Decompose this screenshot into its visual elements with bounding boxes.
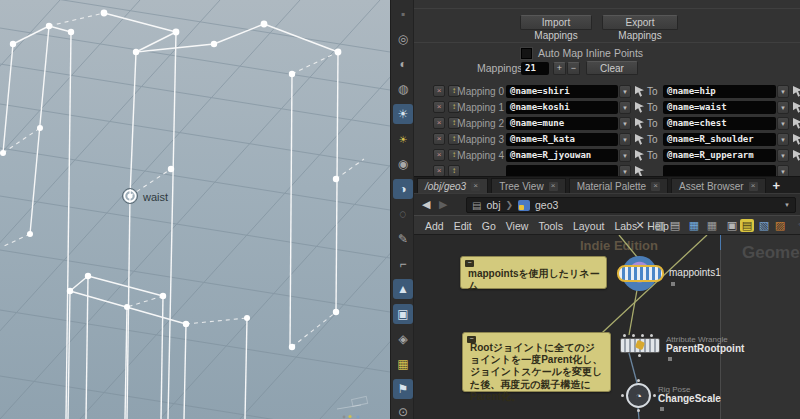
menu-tools[interactable]: Tools bbox=[538, 220, 563, 232]
mapping-to-field[interactable]: @name=chest bbox=[663, 117, 776, 130]
delete-row-button[interactable]: × bbox=[433, 101, 445, 113]
colored-grid-icon[interactable]: ▦ bbox=[687, 219, 701, 232]
auto-map-checkbox[interactable] bbox=[521, 48, 532, 59]
pick-to-icon[interactable] bbox=[793, 86, 800, 97]
tab-asset-browser[interactable]: Asset Browser × bbox=[671, 178, 765, 193]
pick-to-icon[interactable] bbox=[793, 150, 800, 161]
pick-to-icon[interactable] bbox=[793, 102, 800, 113]
clear-mappings-button[interactable]: Clear bbox=[586, 61, 638, 75]
delete-row-button[interactable]: × bbox=[433, 117, 445, 129]
side-pin[interactable] bbox=[653, 394, 656, 397]
tab-tree-view[interactable]: Tree View × bbox=[491, 178, 565, 193]
side-pin[interactable] bbox=[621, 394, 624, 397]
circle-icon[interactable]: ◔ bbox=[793, 219, 800, 232]
delete-row-button[interactable]: × bbox=[433, 133, 445, 145]
import-mappings-button[interactable]: Import Mappings bbox=[520, 15, 592, 30]
to-dropdown-button[interactable]: ▼ bbox=[777, 101, 789, 114]
mapping-from-field[interactable]: @name=mune bbox=[506, 117, 618, 130]
node-name-label[interactable]: mappoints1 bbox=[669, 267, 721, 278]
camera-film-icon[interactable]: ▦ bbox=[393, 354, 413, 374]
menu-edit[interactable]: Edit bbox=[454, 220, 472, 232]
breadcrumb-obj[interactable]: obj bbox=[486, 199, 500, 211]
changescale-node[interactable]: ◔ bbox=[626, 383, 651, 408]
background-image-icon[interactable]: ▲ bbox=[393, 279, 413, 299]
export-mappings-button[interactable]: Export Mappings bbox=[602, 15, 678, 30]
photo-icon[interactable]: ▣ bbox=[393, 304, 413, 324]
from-dropdown-button[interactable]: ▼ bbox=[619, 101, 631, 114]
to-dropdown-button[interactable]: ▼ bbox=[777, 133, 789, 146]
forward-icon[interactable]: ▶ bbox=[439, 198, 447, 211]
pick-from-icon[interactable] bbox=[635, 86, 644, 97]
shade-sphere-icon[interactable]: ◑ bbox=[393, 179, 413, 199]
mapping-to-field[interactable]: @name=waist bbox=[663, 101, 776, 114]
new-tab-button[interactable]: + bbox=[773, 178, 781, 193]
display-dot-icon[interactable]: ▪ bbox=[393, 4, 413, 24]
from-dropdown-button[interactable]: ▼ bbox=[619, 165, 631, 176]
pick-to-icon[interactable] bbox=[793, 134, 800, 145]
selected-waist-joint[interactable] bbox=[123, 189, 138, 204]
mapping-to-field[interactable] bbox=[663, 165, 776, 176]
from-dropdown-button[interactable]: ▼ bbox=[619, 117, 631, 130]
input-pin[interactable] bbox=[641, 334, 644, 337]
network-editor[interactable]: Indie Edition − mappointsを使用したリネーム − Roo… bbox=[414, 235, 800, 419]
input-pin[interactable] bbox=[650, 334, 653, 337]
light-small-icon[interactable]: ☀ bbox=[393, 129, 413, 149]
photo-add-icon[interactable]: ▧ bbox=[757, 219, 771, 232]
close-icon[interactable]: × bbox=[549, 182, 558, 191]
close-icon[interactable]: × bbox=[651, 182, 660, 191]
to-dropdown-button[interactable]: ▼ bbox=[777, 85, 789, 98]
wire-sphere-icon[interactable]: ◌ bbox=[393, 204, 413, 224]
remove-mapping-button[interactable]: − bbox=[567, 62, 580, 75]
mappings-count-field[interactable]: 21 bbox=[521, 62, 549, 75]
pencil-icon[interactable]: ✎ bbox=[393, 229, 413, 249]
corner-ruler-icon[interactable]: ⌐ bbox=[393, 254, 413, 274]
list-icon[interactable]: ▤ bbox=[668, 219, 682, 232]
input-pin[interactable] bbox=[637, 379, 640, 382]
to-dropdown-button[interactable]: ▼ bbox=[777, 149, 789, 162]
from-dropdown-button[interactable]: ▼ bbox=[619, 133, 631, 146]
basket-icon[interactable]: ▨ bbox=[773, 219, 787, 232]
from-dropdown-button[interactable]: ▼ bbox=[619, 149, 631, 162]
tab-obj-geo3[interactable]: /obj/geo3 × bbox=[417, 178, 488, 193]
wrench-icon[interactable]: ✕ bbox=[633, 219, 647, 232]
sticky-note[interactable]: − Rootジョイントに全てのジョイントを一度Parent化し、ジョイントスケー… bbox=[462, 332, 611, 392]
pick-from-icon[interactable] bbox=[635, 134, 644, 145]
delete-row-button[interactable]: × bbox=[433, 149, 445, 161]
path-breadcrumb[interactable]: ▤ obj ❯ geo3 ▼ bbox=[466, 197, 796, 213]
mapping-to-field[interactable]: @name=R_upperarm bbox=[663, 149, 776, 162]
pick-to-icon[interactable] bbox=[793, 118, 800, 129]
menu-go[interactable]: Go bbox=[482, 220, 496, 232]
pick-from-icon[interactable] bbox=[635, 102, 644, 113]
mapping-from-field[interactable]: @name=shiri bbox=[506, 85, 618, 98]
clapper-icon[interactable]: ▥ bbox=[653, 219, 667, 232]
normal-light-icon[interactable]: ◍ bbox=[393, 79, 413, 99]
diamond-icon[interactable]: ◈ bbox=[393, 329, 413, 349]
menu-layout[interactable]: Layout bbox=[573, 220, 605, 232]
sticky-note[interactable]: − mappointsを使用したリネーム bbox=[460, 256, 607, 289]
output-pin[interactable] bbox=[637, 409, 640, 412]
sticky-note-icon[interactable]: ▤ bbox=[740, 219, 754, 232]
circle-info-icon[interactable]: ⊙ bbox=[393, 402, 413, 419]
mappoints1-node-body[interactable] bbox=[617, 265, 664, 282]
menu-add[interactable]: Add bbox=[425, 220, 444, 232]
scene-light-icon[interactable]: ◉ bbox=[393, 154, 413, 174]
to-dropdown-button[interactable]: ▼ bbox=[777, 117, 789, 130]
menu-view[interactable]: View bbox=[506, 220, 529, 232]
delete-row-button[interactable]: × bbox=[433, 85, 445, 97]
headlight-icon[interactable]: ◐ bbox=[393, 54, 413, 74]
breadcrumb-geo3[interactable]: geo3 bbox=[535, 199, 558, 211]
mapping-from-field[interactable]: @name=R_kata bbox=[506, 133, 618, 146]
input-pin[interactable] bbox=[632, 334, 635, 337]
to-dropdown-button[interactable]: ▼ bbox=[777, 165, 789, 176]
output-pin[interactable] bbox=[638, 354, 641, 357]
mapping-from-field[interactable]: @name=koshi bbox=[506, 101, 618, 114]
insert-row-button[interactable]: ↕ bbox=[448, 165, 460, 176]
node-name-label[interactable]: ChangeScale bbox=[658, 393, 721, 404]
ghost-light-icon[interactable]: ◎ bbox=[393, 29, 413, 49]
chevron-down-icon[interactable]: ▼ bbox=[784, 202, 790, 208]
mapping-to-field[interactable]: @name=hip bbox=[663, 85, 776, 98]
node-name-label[interactable]: ParentRootpoint bbox=[666, 343, 744, 354]
mapping-from-field[interactable]: @name=R_jyouwan bbox=[506, 149, 618, 162]
delete-row-button[interactable]: × bbox=[433, 165, 445, 176]
pick-from-icon[interactable] bbox=[635, 118, 644, 129]
